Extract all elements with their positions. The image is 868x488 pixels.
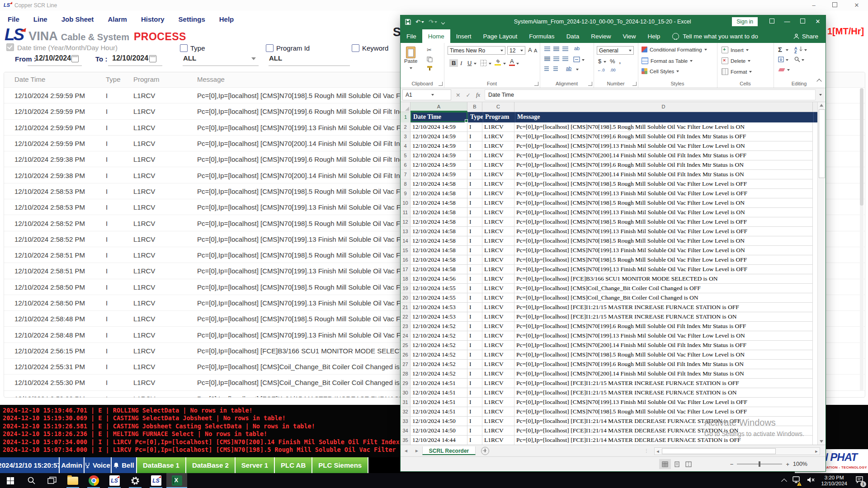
cell-message[interactable]: Pc=[0],Ip=[localhost] [FCE]I1:21/15 MAST…	[514, 303, 813, 312]
format-cells-button[interactable]: Format	[722, 68, 752, 75]
next-sheet-icon[interactable]: ►	[411, 448, 422, 453]
cell-datetime[interactable]: 12/10/2024 14:51	[410, 388, 467, 398]
font-size-combo[interactable]: 12	[507, 46, 525, 55]
paste-button[interactable]: Paste	[404, 47, 417, 72]
row-number[interactable]: 5	[401, 151, 410, 160]
cell-program[interactable]: L1RCV	[482, 236, 514, 246]
cell-type[interactable]: I	[467, 379, 482, 388]
cell-datetime[interactable]: 12/10/2024 14:51	[410, 398, 467, 407]
scroll-down-icon[interactable]	[820, 440, 823, 443]
column-header-a[interactable]: A	[410, 102, 467, 112]
admin-button[interactable]: Admin	[60, 457, 85, 473]
font-name-combo[interactable]: Times New Ro	[448, 46, 505, 55]
cell-datetime[interactable]: 12/10/2024 14:53	[410, 312, 467, 322]
cell-message[interactable]: Pc=[0],Ip=[localhost] [FCE]I1:21/14 MAST…	[514, 417, 813, 426]
horizontal-scroll-thumb[interactable]	[662, 448, 776, 454]
cell-message[interactable]: Pc=[0],Ip=[localhost] [FCE]I1:21/15 MAST…	[514, 388, 813, 398]
cell-type[interactable]: I	[467, 284, 482, 293]
cell-program[interactable]: L1RCV	[482, 160, 514, 170]
insert-function-icon[interactable]: fx	[476, 92, 480, 99]
chrome-taskbar-icon[interactable]	[83, 473, 104, 488]
program-id-checkbox[interactable]	[266, 44, 274, 52]
cell-message[interactable]: Pc=[0],Ip=[localhost] [CMS]N70[198].5 Ro…	[514, 255, 813, 265]
cell-datetime[interactable]: 12/10/2024 14:51	[410, 379, 467, 388]
datetime-checkbox[interactable]	[6, 43, 14, 51]
to-date-input[interactable]: 12/10/2024	[112, 54, 148, 62]
cell-datetime[interactable]: 12/10/2024 14:58	[410, 246, 467, 255]
wrap-text-icon[interactable]: ab	[566, 66, 571, 71]
header-cell-message[interactable]: Message	[515, 112, 814, 122]
cell-datetime[interactable]: 12/10/2024 14:55	[410, 284, 467, 293]
to-calendar-icon[interactable]	[149, 55, 156, 62]
taskbar-clock[interactable]: 3:20 PM 12/10/2024	[821, 475, 847, 487]
cell-type[interactable]: I	[467, 160, 482, 170]
cell-message[interactable]: Pc=[0],Ip=[localhost] [CMS]N70[198].5 Ro…	[514, 122, 813, 132]
save-icon[interactable]	[405, 19, 411, 25]
cell-program[interactable]: L1RCV	[482, 388, 514, 398]
row-number[interactable]: 4	[401, 141, 410, 151]
row-number[interactable]: 22	[401, 312, 410, 322]
row-number[interactable]: 25	[401, 341, 410, 350]
ls-app-taskbar-icon-2[interactable]: LS	[146, 473, 166, 488]
bold-button[interactable]: B	[449, 59, 458, 67]
row-number[interactable]: 26	[401, 350, 410, 360]
align-right-icon[interactable]	[562, 56, 568, 61]
menu-item[interactable]: Settings	[179, 15, 205, 23]
cell-type[interactable]: I	[467, 227, 482, 236]
decrease-indent-icon[interactable]	[544, 66, 549, 71]
insert-cells-button[interactable]: + Insert	[722, 47, 749, 53]
app-minimize-button[interactable]: –	[806, 0, 821, 11]
cell-program[interactable]: L1RCV	[482, 227, 514, 236]
zoom-in-icon[interactable]: +	[786, 461, 789, 468]
ribbon-tab[interactable]: Help	[642, 29, 666, 43]
app-table-scrollbar[interactable]	[860, 88, 863, 391]
cell-message[interactable]: Pc=[0],Ip=[localhost] [CMS]N70[200].14 F…	[514, 341, 813, 350]
cell-type[interactable]: I	[467, 407, 482, 417]
row-number[interactable]: 2	[401, 122, 410, 132]
cell-datetime[interactable]: 12/10/2024 14:58	[410, 255, 467, 265]
number-launcher-icon[interactable]	[632, 82, 637, 86]
menu-item[interactable]: Line	[33, 15, 47, 23]
cell-type[interactable]: I	[467, 255, 482, 265]
cell-datetime[interactable]: 12/10/2024 14:59	[410, 151, 467, 160]
cell-program[interactable]: L1RCV	[482, 141, 514, 151]
cell-message[interactable]: Pc=[0],Ip=[localhost] [CMS]N70[198].5 Ro…	[514, 236, 813, 246]
enter-icon[interactable]: ✓	[466, 92, 470, 99]
cell-type[interactable]: I	[467, 436, 482, 445]
row-number[interactable]: 27	[401, 360, 410, 369]
row-number[interactable]: 32	[401, 407, 410, 417]
cell-type[interactable]: I	[467, 141, 482, 151]
column-header-b[interactable]: B	[467, 102, 482, 112]
cell-datetime[interactable]: 12/10/2024 14:52	[410, 360, 467, 369]
grow-font-icon[interactable]: A	[528, 47, 532, 53]
row-number[interactable]: 18	[401, 274, 410, 284]
menu-item[interactable]: Help	[219, 15, 234, 23]
excel-maximize-button[interactable]	[795, 15, 810, 28]
clipboard-launcher-icon[interactable]	[439, 82, 443, 86]
row-number[interactable]: 3	[401, 132, 410, 141]
currency-icon[interactable]: $	[598, 58, 601, 65]
scroll-right-icon[interactable]: ►	[813, 449, 820, 454]
format-painter-icon[interactable]	[427, 66, 433, 71]
normal-view-icon[interactable]	[659, 459, 671, 469]
cell-type[interactable]: I	[467, 217, 482, 227]
percent-icon[interactable]: %	[610, 58, 615, 65]
row-number[interactable]: 34	[401, 426, 410, 436]
cell-program[interactable]: L1RCV	[482, 417, 514, 426]
sign-in-button[interactable]: Sign in	[732, 17, 758, 26]
cell-message[interactable]: Pc=[0],Ip=[localhost] [CMS]N70[199].13 F…	[514, 141, 813, 151]
program-id-select[interactable]: ALL	[269, 54, 282, 62]
menu-item[interactable]: Alarm	[108, 15, 127, 23]
row-number[interactable]: 7	[401, 170, 410, 179]
cell-message[interactable]: Pc=[0],Ip=[localhost] [CMS]N70[200].14 F…	[514, 151, 813, 160]
start-button[interactable]	[0, 473, 21, 488]
cell-program[interactable]: L1RCV	[482, 369, 514, 379]
app-maximize-button[interactable]	[827, 0, 842, 11]
connection-status-button[interactable]: Server 1	[236, 457, 275, 473]
cell-type[interactable]: I	[467, 208, 482, 217]
cell-program[interactable]: L1RCV	[482, 132, 514, 141]
action-center-icon[interactable]: 1	[855, 476, 863, 485]
keyword-checkbox[interactable]	[352, 44, 359, 52]
prev-sheet-icon[interactable]: ◄	[401, 448, 411, 453]
scroll-left-icon[interactable]: ◄	[655, 449, 661, 454]
